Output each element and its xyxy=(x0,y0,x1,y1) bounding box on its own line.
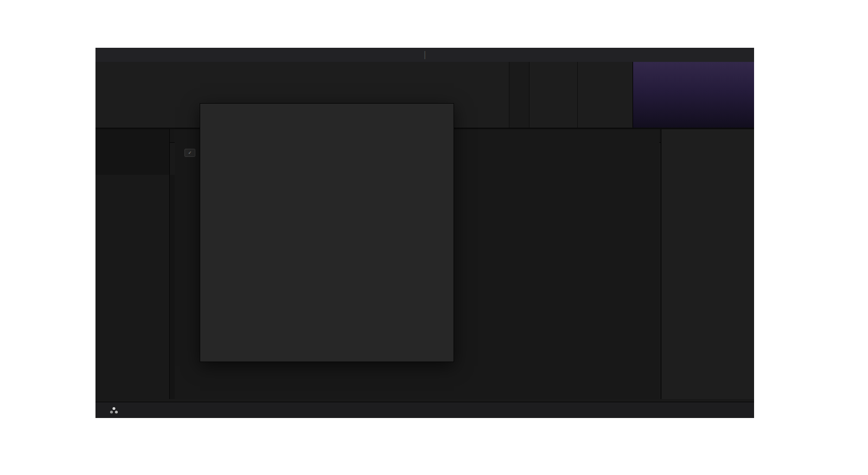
mixer-panel xyxy=(661,129,754,399)
track-header-list xyxy=(95,175,170,399)
eq-plugin-dialog xyxy=(200,103,454,362)
track-mini-meters xyxy=(170,175,175,399)
bus1-meter-strip xyxy=(509,62,529,128)
title-divider: | xyxy=(424,50,426,60)
page-tabs xyxy=(95,402,754,418)
davinci-resolve-window: | ∨ ✓ xyxy=(95,48,754,418)
loudness-panel xyxy=(577,62,632,128)
project-title-area: | xyxy=(95,48,754,62)
control-room-panel xyxy=(529,62,577,128)
screenshot-page: | ∨ ✓ xyxy=(0,0,868,475)
transport-panel xyxy=(95,129,170,175)
top-toolbar: | xyxy=(95,48,754,62)
clip-attributes-icon[interactable]: ✓ xyxy=(184,149,195,157)
bottom-page-bar xyxy=(95,402,754,418)
video-monitor[interactable] xyxy=(633,62,754,128)
